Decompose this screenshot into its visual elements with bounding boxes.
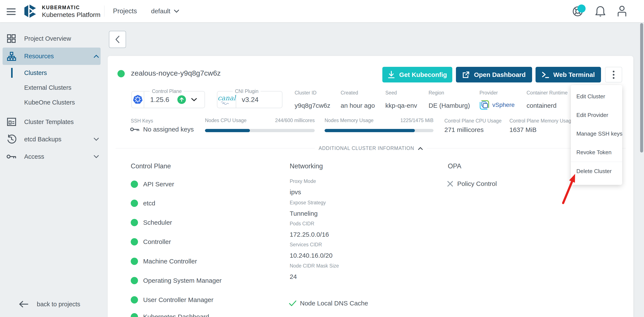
sitemap-icon	[7, 52, 16, 61]
kubermatic-app: KUBERMATIC Kubernetes Platform Projects …	[0, 0, 644, 317]
cni-version-value: v3.24	[242, 96, 258, 104]
sidebar-item-label: External Clusters	[24, 84, 72, 91]
sidebar-item-label: Cluster Templates	[24, 118, 74, 126]
kebab-dot	[613, 71, 614, 72]
cni-plugin-legend: CNI Plugin	[233, 89, 260, 94]
annotation-arrow-red	[556, 167, 583, 206]
version-chevron-down-icon[interactable]	[191, 98, 197, 101]
menu-item-edit-cluster[interactable]: Edit Cluster	[571, 87, 622, 106]
additional-info-label: ADDITIONAL CLUSTER INFORMATION	[318, 145, 414, 151]
kebab-dot	[613, 74, 614, 76]
brand-line2: Kubernetes Platform	[42, 11, 100, 19]
grid-icon	[7, 34, 16, 43]
back-button[interactable]	[109, 31, 126, 48]
menu-item-revoke-token[interactable]: Revoke Token	[571, 143, 622, 162]
detail-label: Created	[340, 90, 375, 96]
menu-item-edit-provider[interactable]: Edit Provider	[571, 106, 622, 124]
sidebar-item-cluster-templates[interactable]: Cluster Templates	[0, 113, 107, 130]
back-to-projects-label: back to projects	[37, 301, 80, 308]
networking-section-title: Networking	[290, 162, 323, 170]
status-ok-dot	[131, 238, 138, 245]
networking-field: Node CIDR Mask Size 24	[290, 263, 339, 280]
active-indicator-bar	[11, 68, 12, 78]
projects-nav-link[interactable]: Projects	[113, 0, 137, 22]
detail-provider: Provider vSphere	[480, 90, 514, 110]
nodes-cpu-label: Nodes CPU Usage	[205, 118, 246, 123]
detail-label: Cluster ID	[294, 90, 330, 96]
nodes-cpu-progressbar	[205, 129, 315, 132]
kebab-dot	[613, 77, 614, 79]
status-ok-dot	[131, 181, 138, 188]
nodes-memory-progressbar	[324, 129, 434, 132]
chevron-up-icon	[94, 55, 99, 58]
control-plane-version-box: Control Plane 1.25.6	[131, 91, 205, 108]
vertical-scrollbar-thumb[interactable]	[640, 23, 643, 153]
project-selector[interactable]: default	[151, 0, 179, 22]
web-terminal-button[interactable]: Web Terminal	[536, 67, 601, 83]
networking-field: Proxy Mode ipvs	[290, 178, 316, 196]
cni-plugin-box: CNI Plugin canal v3.24	[217, 91, 282, 108]
detail-value: an hour ago	[340, 102, 375, 109]
sidebar-item-project-overview[interactable]: Project Overview	[0, 30, 107, 47]
additional-info-divider[interactable]: ADDITIONAL CLUSTER INFORMATION	[116, 145, 626, 151]
notifications-bell-icon[interactable]	[594, 5, 606, 17]
detail-label: Seed	[385, 90, 417, 96]
detail-label: Region	[428, 90, 470, 96]
status-ok-dot	[131, 258, 138, 265]
cp-memory-label: Control Plane Memory Usage	[510, 118, 574, 124]
cp-memory-value: 1637 MiB	[510, 126, 536, 133]
control-plane-section-title: Control Plane	[131, 162, 171, 170]
sidebar-item-label: KubeOne Clusters	[24, 99, 75, 106]
networking-field: Services CIDR 10.240.16.0/20	[290, 242, 332, 259]
policy-control-label: Policy Control	[457, 180, 497, 187]
provider-link[interactable]: vSphere	[492, 102, 514, 108]
x-icon	[447, 181, 453, 187]
status-ok-dot	[131, 219, 138, 226]
detail-value: kkp-qa-env	[385, 102, 417, 109]
control-plane-item: Kubernetes Dashboard	[131, 313, 209, 317]
cluster-actions-kebab-button[interactable]	[605, 67, 622, 83]
canal-logo-text: canal	[218, 95, 236, 101]
nodes-memory-header: Nodes Memory Usage 1225/1475 MiB	[324, 118, 434, 123]
user-profile-icon[interactable]	[616, 5, 628, 17]
nodes-cpu-value: 244/600 millicores	[275, 118, 315, 123]
sidebar-item-kubeone-clusters[interactable]: KubeOne Clusters	[0, 94, 107, 111]
cluster-name: zealous-noyce-y9q8g7cw6z	[131, 69, 221, 77]
status-ok-dot	[131, 313, 138, 317]
status-ok-dot	[131, 200, 138, 207]
terminal-icon	[542, 71, 549, 78]
chevron-down-icon	[174, 10, 179, 13]
collapse-chevron-up-icon	[418, 147, 423, 150]
ssh-keys-value: No assigned keys	[143, 126, 194, 133]
chevron-left-icon	[115, 36, 120, 43]
nodes-memory-progress-fill	[324, 129, 415, 132]
hamburger-menu-icon[interactable]	[7, 8, 16, 15]
chevron-down-icon	[94, 155, 99, 158]
brand-line1: KUBERMATIC	[42, 5, 100, 11]
control-plane-item: Controller	[131, 238, 171, 245]
sidebar-item-label: Project Overview	[24, 35, 71, 42]
detail-seed: Seed kkp-qa-env	[385, 90, 417, 109]
nodes-cpu-header: Nodes CPU Usage 244/600 millicores	[205, 118, 315, 123]
notification-badge-dot	[578, 5, 586, 13]
sidebar-item-external-clusters[interactable]: External Clusters	[0, 79, 107, 96]
key-icon	[6, 154, 17, 160]
history-icon	[7, 135, 16, 144]
control-plane-item: Scheduler	[131, 219, 172, 226]
sidebar-item-etcd-backups[interactable]: etcd Backups	[0, 131, 107, 148]
help-ring-icon[interactable]	[572, 6, 583, 17]
open-dashboard-button[interactable]: Open Dashboard	[456, 67, 532, 83]
upgrade-available-icon[interactable]	[177, 95, 186, 104]
sidebar-item-label: etcd Backups	[24, 136, 62, 143]
control-plane-item: Operating System Manager	[131, 277, 222, 284]
detail-value: y9q8g7cw6z	[294, 102, 330, 109]
get-kubeconfig-button[interactable]: Get Kubeconfig	[382, 67, 452, 83]
sidebar-item-clusters[interactable]: Clusters	[0, 64, 107, 81]
dns-cache-label: Node Local DNS Cache	[300, 300, 368, 307]
menu-item-manage-ssh-keys[interactable]: Manage SSH keys	[571, 124, 622, 143]
sidebar-item-resources[interactable]: Resources	[2, 48, 100, 65]
cluster-detail-card: zealous-noyce-y9q8g7cw6z Get Kubeconfig …	[108, 56, 633, 317]
back-to-projects-link[interactable]: back to projects	[0, 295, 107, 313]
dns-cache-row: Node Local DNS Cache	[289, 300, 368, 307]
sidebar-item-access[interactable]: Access	[0, 148, 107, 165]
